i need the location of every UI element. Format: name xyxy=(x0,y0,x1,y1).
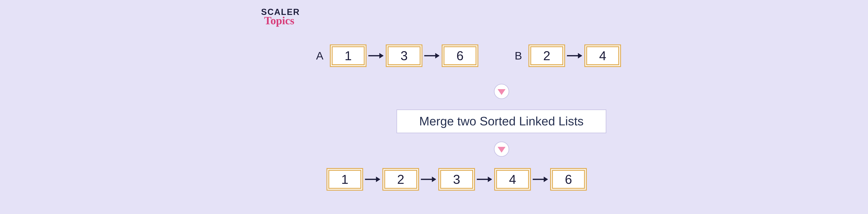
list-a-label: A xyxy=(316,49,323,62)
list-a-node-1: 3 xyxy=(386,44,422,67)
result-list-row: 1 2 3 4 6 xyxy=(327,168,587,190)
arrow-icon xyxy=(421,179,435,180)
arrow-icon xyxy=(365,179,379,180)
scaler-topics-logo: SCALER Topics xyxy=(261,8,300,26)
logo-line2: Topics xyxy=(264,15,294,26)
arrow-icon xyxy=(567,55,582,57)
result-node-1: 2 xyxy=(382,168,419,190)
triangle-down-icon xyxy=(498,147,505,153)
diagram-content: SCALER Topics A 1 3 6 B 2 4 Merge two So… xyxy=(261,8,780,206)
list-a-node-0: 1 xyxy=(330,44,367,67)
diagram-canvas: SCALER Topics A 1 3 6 B 2 4 Merge two So… xyxy=(0,0,868,214)
arrow-icon xyxy=(533,179,547,180)
arrow-icon xyxy=(368,55,383,57)
list-b-label: B xyxy=(515,49,522,62)
arrow-icon xyxy=(477,179,492,180)
arrow-icon xyxy=(424,55,439,57)
triangle-down-icon xyxy=(498,89,505,95)
step-down-icon xyxy=(494,142,509,157)
input-lists-row: A 1 3 6 B 2 4 xyxy=(316,44,621,67)
list-b-node-0: 2 xyxy=(528,44,565,67)
list-b-node-1: 4 xyxy=(584,44,621,67)
step-down-icon xyxy=(494,84,509,99)
operation-label: Merge two Sorted Linked Lists xyxy=(419,114,584,128)
result-node-0: 1 xyxy=(327,168,363,190)
list-a-node-2: 6 xyxy=(442,44,478,67)
result-node-4: 6 xyxy=(550,168,587,190)
result-node-3: 4 xyxy=(494,168,531,190)
operation-box: Merge two Sorted Linked Lists xyxy=(397,109,607,133)
result-node-2: 3 xyxy=(438,168,475,190)
